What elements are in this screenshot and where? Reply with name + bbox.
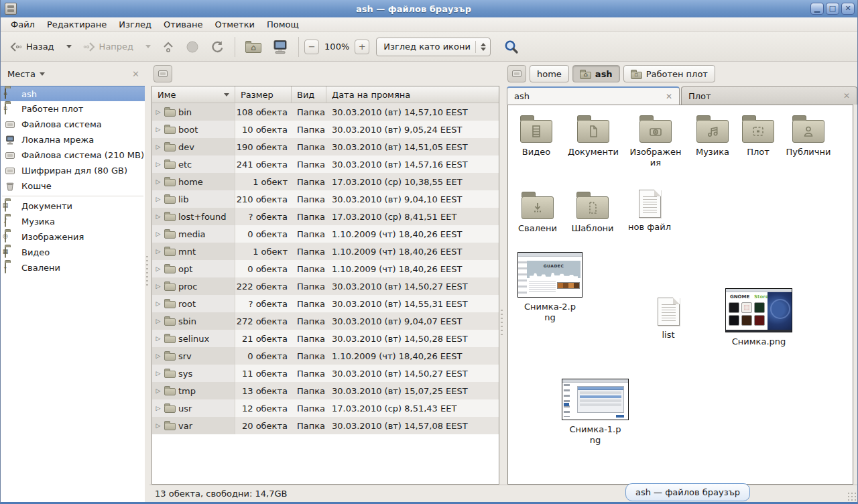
sidebar-item-trash[interactable]: Кошче (1, 178, 145, 194)
table-row[interactable]: ▷sys11 обектаПапка30.03.2010 (вт) 14,50,… (152, 365, 499, 382)
sidebar-title[interactable]: Места (7, 69, 36, 79)
icon-item-pictures[interactable]: Изображения (627, 113, 684, 168)
pane-splitter[interactable] (499, 62, 503, 485)
expander-icon[interactable]: ▷ (155, 265, 162, 272)
sidebar-close-icon[interactable]: ✕ (132, 69, 139, 79)
table-row[interactable]: ▷var20 обектаПапка30.03.2010 (вт) 14,57,… (152, 417, 499, 434)
menu-go[interactable]: Отиване (158, 18, 208, 31)
sidebar-item-encrypted-80gb[interactable]: Шифриран дял (80 GB) (1, 163, 145, 178)
window-list-chip[interactable]: ash — файлов браузър (625, 483, 750, 501)
view-mode-select[interactable]: Изглед като икони (376, 38, 491, 56)
table-row[interactable]: ▷opt0 обектаПапка1.10.2009 (чт) 18,40,26… (152, 260, 499, 277)
tab-plot[interactable]: Плот ✕ (681, 86, 857, 105)
expander-icon[interactable]: ▷ (155, 178, 162, 185)
back-button[interactable]: Назад (5, 38, 59, 56)
computer-button[interactable] (267, 36, 293, 58)
icon-item-video[interactable]: Видео (508, 113, 564, 158)
menu-edit[interactable]: Редактиране (41, 18, 113, 31)
expander-icon[interactable]: ▷ (155, 422, 162, 429)
sidebar-item-downloads[interactable]: ↓ Свалени (1, 260, 145, 275)
sidebar-splitter[interactable] (145, 62, 149, 502)
sidebar-title-dropdown-icon[interactable] (40, 72, 45, 76)
table-row[interactable]: ▷media0 обектаПапка1.10.2009 (чт) 18,40,… (152, 225, 499, 243)
table-row[interactable]: ▷root? обектаПапка30.03.2010 (вт) 14,55,… (152, 295, 499, 312)
table-row[interactable]: ▷usr12 обектаПапка17.03.2010 (ср) 8,51,4… (152, 399, 499, 417)
forward-button[interactable]: Напред (78, 38, 138, 56)
sidebar-item-music[interactable]: ♪ Музика (1, 214, 145, 229)
table-row[interactable]: ▷sbin272 обектаПапка30.03.2010 (вт) 9,04… (152, 312, 499, 330)
expander-icon[interactable]: ▷ (155, 335, 162, 342)
table-row[interactable]: ▷mnt1 обектПапка1.10.2009 (чт) 18,40,26 … (152, 243, 499, 260)
expander-icon[interactable]: ▷ (155, 231, 162, 237)
table-row[interactable]: ▷bin108 обектаПапка30.03.2010 (вт) 14,57… (152, 103, 499, 121)
table-row[interactable]: ▷lib210 обектаПапка30.03.2010 (вт) 9,04,… (152, 190, 499, 208)
sidebar-item-filesystem[interactable]: Файлова система (1, 117, 145, 132)
sidebar-item-volume-210mb[interactable]: Файлова система (210 MB) (1, 147, 145, 163)
icon-item-list[interactable]: list (645, 296, 692, 340)
menu-bookmarks[interactable]: Отметки (208, 18, 260, 31)
expander-icon[interactable]: ▷ (155, 318, 162, 324)
search-button[interactable] (499, 36, 524, 58)
icon-item-templates[interactable]: Шаблони (564, 190, 621, 234)
stop-button[interactable] (181, 37, 204, 57)
home-button[interactable]: ⌂ (241, 37, 266, 56)
column-header-name[interactable]: Име (152, 86, 235, 103)
table-row[interactable]: ▷selinux21 обектаПапка30.03.2010 (вт) 14… (152, 330, 499, 347)
menu-help[interactable]: Помощ (261, 18, 305, 31)
expander-icon[interactable]: ▷ (155, 126, 162, 133)
expander-icon[interactable]: ▷ (155, 196, 162, 202)
root-crumb-button[interactable] (154, 65, 172, 82)
table-row[interactable]: ▷srv0 обектаПапка1.10.2009 (чт) 18,40,26… (152, 347, 499, 365)
icon-item-downloads[interactable]: Свалени (509, 190, 566, 234)
expander-icon[interactable]: ▷ (155, 353, 162, 359)
icon-item-documents[interactable]: Документи (561, 113, 625, 158)
zoom-out-button[interactable]: − (304, 40, 319, 54)
close-button[interactable]: ✕ (841, 3, 855, 15)
titlebar[interactable]: ash — файлов браузър ▁ □ ✕ (1, 0, 857, 17)
table-row[interactable]: ▷tmp13 обектаПапка30.03.2010 (вт) 15,07,… (152, 382, 499, 399)
tab-ash[interactable]: ash ✕ (507, 86, 680, 105)
table-row[interactable]: ▷proc222 обектаПапка30.03.2010 (вт) 14,5… (152, 277, 499, 295)
table-row[interactable]: ▷boot10 обектаПапка30.03.2010 (вт) 9,05,… (152, 121, 499, 138)
expander-icon[interactable]: ▷ (155, 283, 162, 290)
icon-view[interactable]: Видео Документи Изображения Музика (507, 105, 853, 485)
expander-icon[interactable]: ▷ (155, 405, 162, 412)
crumb-home[interactable]: home (530, 65, 569, 82)
expander-icon[interactable]: ▷ (155, 370, 162, 377)
up-button[interactable] (157, 37, 180, 56)
crumb-ash[interactable]: ⌂ ash (572, 65, 620, 82)
filesystem-crumb-button[interactable] (507, 65, 526, 82)
minimize-button[interactable]: ▁ (810, 3, 824, 15)
icon-item-public[interactable]: Публични (779, 113, 838, 158)
maximize-button[interactable]: □ (826, 3, 839, 15)
icon-item-snimka[interactable]: GNOMEStore Снимка.png (725, 288, 792, 347)
tab-close-icon[interactable]: ✕ (666, 92, 672, 101)
table-row[interactable]: ▷dev190 обектаПапка30.03.2010 (вт) 14,51… (152, 138, 499, 155)
table-row[interactable]: ▷home1 обектПапка17.03.2010 (ср) 10,38,5… (152, 173, 499, 190)
sidebar-item-network[interactable]: Локална мрежа (1, 132, 145, 147)
expander-icon[interactable]: ▷ (155, 213, 162, 220)
expander-icon[interactable]: ▷ (155, 387, 162, 394)
tab-close-icon[interactable]: ✕ (843, 91, 850, 101)
expander-icon[interactable]: ▷ (155, 109, 162, 115)
column-header-modified[interactable]: Дата на промяна (326, 86, 499, 103)
column-header-type[interactable]: Вид (292, 86, 326, 103)
sidebar-item-desktop[interactable]: ▫ Работен плот (1, 101, 145, 117)
icon-item-new-file[interactable]: нов файл (621, 188, 678, 233)
crumb-desktop[interactable]: ▫ Работен плот (623, 65, 715, 82)
expander-icon[interactable]: ▷ (155, 143, 162, 150)
zoom-in-button[interactable]: + (355, 40, 369, 54)
back-history-dropdown[interactable] (60, 42, 76, 52)
column-header-size[interactable]: Размер (235, 86, 292, 103)
expander-icon[interactable]: ▷ (155, 161, 162, 168)
sidebar-item-pictures[interactable]: ◎ Изображения (1, 229, 145, 245)
icon-item-desktop[interactable]: Плот (730, 113, 786, 158)
forward-history-dropdown[interactable] (139, 42, 156, 52)
icon-item-snimka1[interactable]: Снимка-1.png (562, 379, 629, 445)
table-row[interactable]: ▷lost+found? обектаПапка17.03.2010 (ср) … (152, 208, 499, 225)
resize-grip[interactable] (847, 491, 856, 501)
table-row[interactable]: ▷etc241 обектаПапка30.03.2010 (вт) 14,57… (152, 155, 499, 173)
expander-icon[interactable]: ▷ (155, 248, 162, 255)
sidebar-item-video[interactable]: ▦ Видео (1, 245, 145, 260)
expander-icon[interactable]: ▷ (155, 300, 162, 307)
